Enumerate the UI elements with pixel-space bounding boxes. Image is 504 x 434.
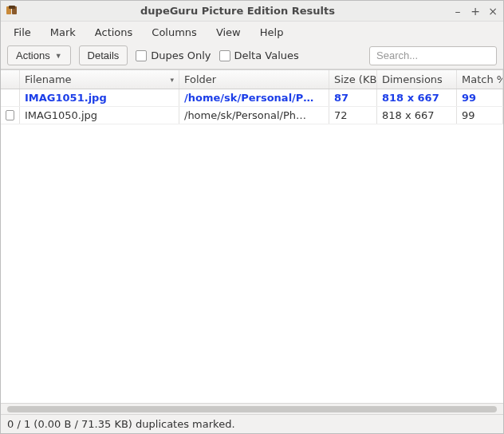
dupes-only-checkbox[interactable]: Dupes Only xyxy=(136,49,211,61)
titlebar: dupeGuru Picture Edition Results – + × xyxy=(1,1,503,22)
column-header-size[interactable]: Size (KB) xyxy=(329,70,377,89)
chevron-down-icon: ▼ xyxy=(55,52,62,60)
row-checkbox[interactable] xyxy=(6,110,14,120)
details-button[interactable]: Details xyxy=(79,45,128,65)
actions-dropdown[interactable]: Actions ▼ xyxy=(7,45,71,65)
svg-rect-2 xyxy=(9,6,15,9)
delta-values-checkbox[interactable]: Delta Values xyxy=(219,49,299,61)
scrollbar-thumb[interactable] xyxy=(7,406,497,412)
menu-mark[interactable]: Mark xyxy=(42,24,84,41)
column-header-size-label: Size (KB) xyxy=(334,73,377,85)
results-table: Filename ▾ Folder Size (KB) Dimensions M… xyxy=(1,69,503,403)
menubar: File Mark Actions Columns View Help xyxy=(1,22,503,42)
column-header-folder[interactable]: Folder xyxy=(179,70,329,89)
menu-file[interactable]: File xyxy=(6,24,39,41)
column-header-folder-label: Folder xyxy=(184,73,216,85)
column-header-filename-label: Filename xyxy=(25,73,72,85)
column-header-dimensions[interactable]: Dimensions xyxy=(377,70,457,89)
row-checkbox-cell xyxy=(1,107,20,124)
sort-indicator-icon: ▾ xyxy=(170,76,174,84)
checkbox-box-icon xyxy=(136,50,147,61)
table-body: IMAG1051.jpg /home/sk/Personal/P… 87 818… xyxy=(1,89,503,403)
maximize-button[interactable]: + xyxy=(470,6,481,17)
cell-filename: IMAG1050.jpg xyxy=(20,107,179,124)
delta-values-label: Delta Values xyxy=(234,49,299,61)
cell-dimensions: 818 x 667 xyxy=(377,89,457,106)
column-header-filename[interactable]: Filename ▾ xyxy=(20,70,179,89)
window-controls: – + × xyxy=(452,6,498,17)
toolbar: Actions ▼ Details Dupes Only Delta Value… xyxy=(1,42,503,69)
details-button-label: Details xyxy=(88,49,120,61)
menu-columns[interactable]: Columns xyxy=(144,24,205,41)
table-row[interactable]: IMAG1051.jpg /home/sk/Personal/P… 87 818… xyxy=(1,89,503,107)
window-title: dupeGuru Picture Edition Results xyxy=(23,5,452,17)
checkbox-box-icon xyxy=(219,50,230,61)
search-input[interactable] xyxy=(369,46,497,65)
cell-match: 99 xyxy=(457,107,503,124)
menu-actions[interactable]: Actions xyxy=(87,24,141,41)
row-checkbox-cell xyxy=(1,89,20,106)
column-header-checkbox[interactable] xyxy=(1,70,20,89)
menu-help[interactable]: Help xyxy=(252,24,292,41)
table-header: Filename ▾ Folder Size (KB) Dimensions M… xyxy=(1,70,503,89)
cell-filename: IMAG1051.jpg xyxy=(20,89,179,106)
minimize-button[interactable]: – xyxy=(452,6,463,17)
statusbar: 0 / 1 (0.00 B / 71.35 KB) duplicates mar… xyxy=(1,414,503,433)
window: dupeGuru Picture Edition Results – + × F… xyxy=(0,0,504,434)
cell-size: 72 xyxy=(329,107,377,124)
menu-view[interactable]: View xyxy=(208,24,249,41)
cell-folder: /home/sk/Personal/P… xyxy=(179,89,329,106)
cell-size: 87 xyxy=(329,89,377,106)
cell-dimensions: 818 x 667 xyxy=(377,107,457,124)
cell-folder: /home/sk/Personal/Ph… xyxy=(179,107,329,124)
column-header-dimensions-label: Dimensions xyxy=(382,73,443,85)
table-row[interactable]: IMAG1050.jpg /home/sk/Personal/Ph… 72 81… xyxy=(1,107,503,124)
statusbar-text: 0 / 1 (0.00 B / 71.35 KB) duplicates mar… xyxy=(7,418,235,430)
column-header-match[interactable]: Match % xyxy=(457,70,503,89)
actions-dropdown-label: Actions xyxy=(16,49,50,61)
column-header-match-label: Match % xyxy=(462,73,503,85)
horizontal-scrollbar[interactable] xyxy=(1,403,503,414)
dupes-only-label: Dupes Only xyxy=(151,49,211,61)
cell-match: 99 xyxy=(457,89,503,106)
app-icon xyxy=(6,5,18,18)
close-button[interactable]: × xyxy=(487,6,498,17)
